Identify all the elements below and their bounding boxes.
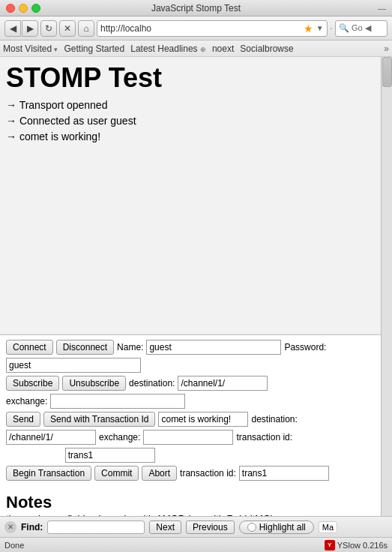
url-text: http://localho	[100, 23, 301, 34]
ma-label: Ma	[322, 523, 334, 532]
status-line-2: → Connected as user guest	[6, 113, 386, 129]
bookmarks-bar: Most Visited ▾ Getting Started Latest He…	[0, 40, 392, 57]
reload-button[interactable]: ↻	[40, 20, 57, 37]
password-row	[6, 358, 386, 373]
bookmark-socialbrowse[interactable]: Socialbrowse	[240, 44, 293, 54]
url-bar[interactable]: http://localho ★ ▼	[97, 20, 328, 37]
notes-title: Notes	[6, 493, 386, 512]
search-separator: ·	[330, 22, 333, 35]
content-area: STOMP Test → Transport openned → Connect…	[0, 57, 392, 334]
find-input[interactable]	[47, 520, 145, 534]
search-icon: 🔍	[339, 23, 349, 33]
send-exchange-label: exchange:	[99, 432, 140, 442]
bookmark-getting-started[interactable]: Getting Started	[64, 44, 124, 54]
bookmark-latest-headlines[interactable]: Latest Headlines ⊕	[130, 44, 206, 54]
exchange-input[interactable]	[50, 394, 185, 409]
bookmark-label: Latest Headlines	[130, 44, 197, 54]
bookmark-star-icon[interactable]: ★	[304, 22, 313, 34]
close-button[interactable]	[6, 4, 15, 13]
subscribe-button[interactable]: Subscribe	[6, 376, 59, 391]
window-controls[interactable]	[6, 4, 40, 13]
message-input[interactable]	[158, 412, 248, 427]
bookmark-label: Most Visited	[3, 44, 52, 54]
form-area: Connect Disconnect Name: Password: Subsc…	[0, 334, 392, 488]
status-line-3: → comet is working!	[6, 129, 386, 145]
send-row: Send Send with Transaction Id destinatio…	[6, 412, 386, 427]
highlight-circle-icon	[247, 523, 256, 532]
search-label: Go ◀	[352, 23, 371, 33]
find-label: Find:	[21, 522, 43, 532]
connect-button[interactable]: Connect	[6, 340, 53, 355]
chevron-down-icon: ▾	[54, 46, 58, 53]
send-destination-label: destination:	[251, 414, 297, 424]
find-next-button[interactable]: Next	[149, 520, 181, 534]
home-button[interactable]: ⌂	[78, 20, 94, 37]
send-with-tx-button[interactable]: Send with Transaction Id	[43, 412, 155, 427]
status-text: Done	[4, 541, 24, 550]
send-destination-input[interactable]	[6, 430, 96, 445]
transaction-label: transaction id:	[236, 432, 292, 442]
unsubscribe-button[interactable]: Unsubscribe	[62, 376, 126, 391]
tx-id-row: transaction id:	[6, 448, 386, 463]
back-button[interactable]: ◀	[4, 20, 21, 37]
yslow-badge: Y YSlow 0.216s	[325, 540, 388, 550]
password-input[interactable]	[6, 358, 141, 373]
title-bar: JavaScript Stomp Test —	[0, 0, 392, 16]
highlight-all-button[interactable]: Highlight all	[239, 520, 314, 534]
bookmark-noext[interactable]: noext	[212, 44, 234, 54]
bookmark-label: Getting Started	[64, 44, 124, 54]
tx-value-input[interactable]	[239, 466, 329, 481]
status-line-1: → Transport openned	[6, 98, 386, 113]
destination-input[interactable]	[178, 376, 268, 391]
send-button[interactable]: Send	[6, 412, 40, 427]
maximize-button[interactable]	[31, 4, 40, 13]
page-title: STOMP Test	[6, 63, 386, 93]
find-previous-button[interactable]: Previous	[186, 520, 235, 534]
find-close-button[interactable]: ✕	[4, 521, 16, 533]
bookmarks-more-button[interactable]: »	[384, 44, 389, 54]
highlight-label: Highlight all	[259, 522, 306, 532]
resize-icon: —	[378, 4, 386, 13]
abort-button[interactable]: Abort	[142, 466, 177, 481]
subscribe-row: Subscribe Unsubscribe destination:	[6, 376, 386, 391]
back-forward-group[interactable]: ◀ ▶	[4, 20, 38, 37]
bookmark-most-visited[interactable]: Most Visited ▾	[3, 44, 58, 54]
exchange-row: exchange:	[6, 394, 386, 409]
name-label: Name:	[117, 342, 143, 352]
name-input[interactable]	[146, 340, 281, 355]
disconnect-button[interactable]: Disconnect	[56, 340, 114, 355]
status-bar: Done Y YSlow 0.216s	[0, 537, 392, 552]
window-title: JavaScript Stomp Test	[151, 3, 241, 14]
send-dest-row: exchange: transaction id:	[6, 430, 386, 445]
bookmark-label: Socialbrowse	[240, 44, 293, 54]
scrollbar-thumb[interactable]	[382, 57, 392, 87]
password-label: Password:	[284, 342, 326, 352]
tx-label: transaction id:	[180, 468, 236, 478]
ma-badge: Ma	[319, 521, 337, 533]
forward-button[interactable]: ▶	[22, 20, 38, 37]
rss-icon: ⊕	[200, 46, 206, 53]
send-exchange-input[interactable]	[143, 430, 233, 445]
yslow-time: 0.216s	[363, 541, 388, 550]
commit-button[interactable]: Commit	[94, 466, 139, 481]
stop-button[interactable]: ✕	[59, 20, 76, 37]
connect-row: Connect Disconnect Name: Password:	[6, 340, 386, 355]
search-bar[interactable]: 🔍 Go ◀	[335, 20, 388, 37]
exchange-label: exchange:	[6, 396, 47, 406]
destination-label: destination:	[129, 378, 175, 388]
minimize-button[interactable]	[19, 4, 28, 13]
url-dropdown-icon[interactable]: ▼	[316, 24, 324, 32]
begin-transaction-button[interactable]: Begin Transaction	[6, 466, 91, 481]
scrollbar-track[interactable]	[381, 57, 392, 537]
tx-id-input[interactable]	[65, 448, 155, 463]
yslow-icon: Y	[325, 540, 335, 550]
yslow-label: YSlow	[337, 541, 361, 550]
bookmark-label: noext	[212, 44, 234, 54]
find-bar: ✕ Find: Next Previous Highlight all Ma	[0, 516, 392, 537]
nav-bar: ◀ ▶ ↻ ✕ ⌂ http://localho ★ ▼ · 🔍 Go ◀	[0, 16, 392, 40]
transaction-row: Begin Transaction Commit Abort transacti…	[6, 466, 386, 481]
